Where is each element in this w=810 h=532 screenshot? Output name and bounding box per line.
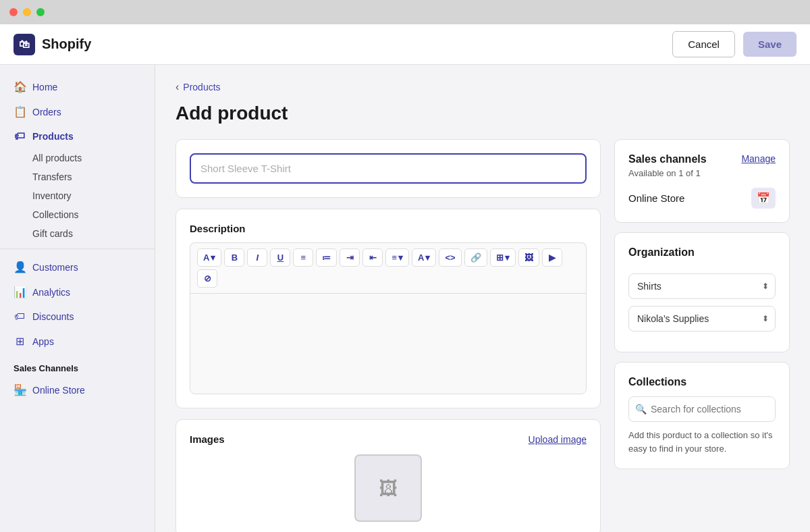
cancel-button[interactable]: Cancel [672,31,735,57]
images-label: Images [190,433,225,445]
toolbar-color-btn[interactable]: A ▾ [412,248,436,267]
sidebar-item-apps[interactable]: ⊞ Apps [0,329,155,354]
sales-channels-subtitle: Available on 1 of 1 [628,168,707,178]
customers-icon: 👤 [14,261,26,273]
sidebar-sub-gift-cards[interactable]: Gift cards [0,224,155,243]
sidebar-sub-collections[interactable]: Collections [0,205,155,224]
save-button[interactable]: Save [743,32,796,57]
header-actions: Cancel Save [672,31,796,57]
page-title: Add product [176,103,790,124]
content-columns: Description A ▾ B I U ≡ ≔ ⇥ ⇤ [176,139,790,532]
font-label: A [203,252,209,263]
logo-icon: 🛍 [14,34,35,55]
align-dropdown-icon: ▾ [398,252,403,263]
logo: 🛍 Shopify [14,34,91,55]
collections-hint: Add this porduct to a collection so it's… [628,429,776,455]
upload-image-link[interactable]: Upload image [529,434,587,445]
main-content: ‹ Products Add product Description A ▾ [155,65,810,532]
toolbar-font-btn[interactable]: A ▾ [197,248,221,267]
dot-yellow [23,8,31,16]
main-column: Description A ▾ B I U ≡ ≔ ⇥ ⇤ [176,139,601,532]
titlebar [0,0,810,24]
toolbar-italic-btn[interactable]: I [247,248,267,267]
font-dropdown-icon: ▾ [211,252,215,263]
toolbar-bold-btn[interactable]: B [224,248,244,267]
type-select-wrapper: Shirts Pants Accessories ⬍ [628,273,776,299]
sales-channels-info: Sales channels Available on 1 of 1 [628,153,707,178]
toolbar-table-btn[interactable]: ⊞ ▾ [490,248,516,267]
sidebar-item-products[interactable]: 🏷 Products [0,124,155,149]
sidebar-sub-all-products[interactable]: All products [0,149,155,167]
apps-icon: ⊞ [14,335,26,348]
sales-channels-card: Sales channels Available on 1 of 1 Manag… [614,139,790,223]
manage-link[interactable]: Manage [741,153,776,164]
side-column: Sales channels Available on 1 of 1 Manag… [614,139,790,469]
discounts-icon: 🏷 [14,311,26,323]
organization-card: Organization Shirts Pants Accessories ⬍ … [614,232,790,352]
sidebar-item-customers-label: Customers [32,262,78,273]
toolbar-align-btn[interactable]: ≡ ▾ [385,248,409,267]
sidebar-item-online-store[interactable]: 🏪 Online Store [0,377,155,402]
search-icon: 🔍 [635,404,647,415]
collections-card: Collections 🔍 Add this porduct to a coll… [614,362,790,469]
collections-search-wrapper: 🔍 [628,396,776,422]
editor-toolbar: A ▾ B I U ≡ ≔ ⇥ ⇤ ≡ ▾ [190,242,587,293]
dot-green [36,8,45,16]
product-name-card [176,139,601,198]
breadcrumb-products-link[interactable]: Products [183,82,220,92]
app-body: 🏠 Home 📋 Orders 🏷 Products All products … [0,65,810,532]
sidebar-sub-inventory[interactable]: Inventory [0,186,155,205]
toolbar-code-btn[interactable]: <> [439,248,461,267]
sidebar-item-home-label: Home [32,82,57,92]
toolbar-ol-btn[interactable]: ≔ [316,248,337,267]
sidebar-item-home[interactable]: 🏠 Home [0,74,155,99]
images-card-header: Images Upload image [190,433,587,445]
breadcrumb: ‹ Products [176,81,790,93]
color-dropdown-icon: ▾ [425,252,430,263]
calendar-icon-button[interactable]: 📅 [751,188,776,209]
toolbar-clear-btn[interactable]: ⊘ [197,269,217,288]
vendor-select-wrapper: Nikola's Supplies Other Vendor ⬍ [628,306,776,331]
logo-text: Shopify [42,36,91,52]
orders-icon: 📋 [14,105,26,118]
sidebar-item-discounts[interactable]: 🏷 Discounts [0,304,155,329]
online-store-icon: 🏪 [14,383,26,396]
table-dropdown-icon: ▾ [505,252,510,263]
sidebar-item-analytics-label: Analytics [32,287,70,298]
image-placeholder-icon: 🖼 [379,477,398,500]
sales-channels-title: Sales Channels [0,354,155,377]
toolbar-ul-btn[interactable]: ≡ [293,248,313,267]
sidebar-item-apps-label: Apps [32,336,54,347]
sidebar-item-orders[interactable]: 📋 Orders [0,99,155,124]
sidebar-item-orders-label: Orders [32,107,61,117]
sidebar-divider [0,248,155,249]
product-name-input[interactable] [190,153,587,184]
toolbar-outdent-btn[interactable]: ⇤ [362,248,383,267]
online-store-row: Online Store 📅 [628,178,776,209]
collections-search-input[interactable] [628,396,776,422]
home-icon: 🏠 [14,80,26,93]
sidebar-sub-transfers[interactable]: Transfers [0,167,155,186]
toolbar-underline-btn[interactable]: U [270,248,290,267]
products-icon: 🏷 [14,130,26,142]
sidebar-item-analytics[interactable]: 📊 Analytics [0,280,155,304]
sidebar: 🏠 Home 📋 Orders 🏷 Products All products … [0,65,155,532]
toolbar-image-btn[interactable]: 🖼 [518,248,539,267]
toolbar-link-btn[interactable]: 🔗 [464,248,487,267]
vendor-select[interactable]: Nikola's Supplies Other Vendor [628,306,776,331]
sales-channels-title: Sales channels [628,153,707,165]
sidebar-item-online-store-label: Online Store [32,385,85,396]
collections-card-title: Collections [628,376,776,388]
analytics-icon: 📊 [14,286,26,298]
breadcrumb-arrow-icon: ‹ [176,81,179,93]
images-card: Images Upload image 🖼 [176,419,601,532]
online-store-label: Online Store [628,192,684,204]
table-label: ⊞ [496,252,504,263]
description-editor[interactable] [190,293,587,394]
sidebar-item-customers[interactable]: 👤 Customers [0,255,155,280]
color-label: A [418,252,424,263]
toolbar-video-btn[interactable]: ▶ [542,248,562,267]
toolbar-indent-btn[interactable]: ⇥ [340,248,360,267]
dot-red [9,8,18,16]
type-select[interactable]: Shirts Pants Accessories [628,273,776,299]
